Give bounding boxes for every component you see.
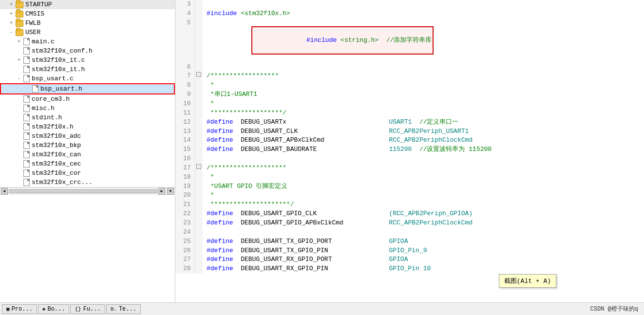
collapse-icon[interactable] — [195, 127, 203, 136]
code-line[interactable]: #define DEBUG_USART_RX_GPIO_PIN GPIO_Pin… — [203, 264, 644, 274]
sidebar-item-startup[interactable]: + STARTUP — [0, 0, 175, 9]
code-line[interactable]: #define DEBUG_USART_GPIO_CLK (RCC_APB2Pe… — [203, 209, 644, 219]
sidebar-item-misch[interactable]: misc.h — [0, 104, 175, 113]
code-line[interactable]: *USART GPIO 引脚宏定义 — [203, 182, 644, 191]
code-line[interactable]: #define DEBUG_USART_APBxClkCmd RCC_APB2P… — [203, 136, 644, 145]
code-line[interactable] — [203, 0, 644, 9]
collapse-icon[interactable] — [195, 182, 203, 191]
line-number: 8 — [175, 81, 195, 90]
collapse-icon[interactable] — [195, 99, 203, 109]
collapse-icon[interactable] — [195, 191, 203, 200]
collapse-icon[interactable] — [195, 173, 203, 182]
code-line[interactable]: * — [203, 81, 644, 90]
code-line[interactable]: *串口1-USART1 — [203, 90, 644, 99]
code-editor[interactable]: 3 4 #include <stm32f10x.h> 5 #inc — [175, 0, 644, 302]
collapse-icon[interactable] — [195, 118, 203, 127]
code-row-12: 12 #define DEBUG_USARTx USART1 //定义串口一 — [175, 118, 644, 127]
collapse-icon[interactable] — [195, 219, 203, 228]
line-number: 3 — [175, 0, 195, 9]
collapse-icon[interactable] — [195, 0, 203, 9]
code-line[interactable]: *********************/ — [203, 200, 644, 209]
file-icon — [32, 85, 38, 93]
sidebar-item-user[interactable]: - USER — [0, 28, 175, 37]
code-line[interactable]: #define DEBUG_USART_RX_GPIO_PORT GPIOA — [203, 255, 644, 264]
code-line[interactable] — [203, 154, 644, 164]
collapse-icon[interactable] — [195, 264, 203, 274]
code-line[interactable]: #include <string.h> //添加字符串库 — [203, 19, 644, 63]
file-icon — [23, 105, 30, 112]
collapse-icon[interactable] — [195, 19, 203, 63]
sidebar-item-bkp[interactable]: stm32f10x_bkp — [0, 141, 175, 150]
tab-books[interactable]: ◈ Bo... — [38, 304, 70, 314]
sidebar-item-stm32h[interactable]: stm32f10x.h — [0, 122, 175, 131]
scroll-down-arrow[interactable]: ▼ — [167, 188, 174, 195]
collapse-icon[interactable] — [195, 90, 203, 99]
scroll-right-arrow[interactable]: ► — [158, 188, 165, 195]
collapse-icon[interactable] — [195, 109, 203, 118]
expand-icon[interactable]: + — [8, 11, 15, 18]
code-line[interactable]: *******************/ — [203, 109, 644, 118]
collapse-icon[interactable] — [195, 9, 203, 19]
code-line[interactable]: * — [203, 173, 644, 182]
tab-templates[interactable]: 0. Te... — [106, 304, 141, 314]
tab-project[interactable]: ▣ Pro... — [2, 304, 37, 314]
code-row-16: 16 — [175, 154, 644, 164]
code-line[interactable]: #define DEBUG_USART_TX_GPIO_PIN GPIO_Pin… — [203, 246, 644, 256]
collapse-icon[interactable] — [195, 154, 203, 164]
expand-icon[interactable]: + — [16, 57, 22, 64]
collapse-icon[interactable]: - — [195, 164, 203, 173]
sidebar-item-adc[interactable]: stm32f10x_adc — [0, 131, 175, 141]
collapse-icon[interactable] — [195, 255, 203, 264]
line-number: 15 — [175, 145, 195, 154]
collapse-icon[interactable] — [195, 63, 203, 72]
item-label: stm32f10x_it.h — [32, 66, 85, 73]
code-line[interactable]: #define DEBUG_USART_GPIO_APBxClkCmd RCC_… — [203, 219, 644, 228]
sidebar-item-mainc[interactable]: + main.c — [0, 37, 175, 46]
collapse-icon[interactable] — [195, 246, 203, 256]
code-line[interactable]: /******************** — [203, 164, 644, 173]
sidebar-item-bspusartc[interactable]: - bsp_usart.c — [0, 74, 175, 83]
sidebar-item-ith[interactable]: stm32f10x_it.h — [0, 65, 175, 74]
sidebar-item-cor[interactable]: stm32f10x_cor — [0, 168, 175, 178]
sidebar-item-cmsis[interactable]: + CMSIS — [0, 9, 175, 19]
sidebar-item-cec[interactable]: stm32f10x_cec — [0, 159, 175, 168]
sidebar-scrollbar[interactable]: ◄ ► ▼ — [0, 187, 175, 195]
expand-icon[interactable]: - — [8, 29, 15, 36]
collapse-icon[interactable] — [195, 136, 203, 145]
expand-icon[interactable]: - — [16, 75, 22, 82]
sidebar-item-corecm3[interactable]: core_cm3.h — [0, 94, 175, 104]
expand-icon[interactable]: + — [16, 38, 22, 45]
code-line[interactable] — [203, 63, 644, 72]
code-line[interactable]: #include <stm32f10x.h> — [203, 9, 644, 19]
code-row-24: 24 — [175, 228, 644, 237]
collapse-icon[interactable] — [195, 81, 203, 90]
sidebar-item-bspusarth[interactable]: bsp_usart.h — [0, 83, 175, 94]
expand-icon[interactable]: + — [8, 20, 15, 27]
expand-icon[interactable]: + — [8, 1, 15, 8]
collapse-icon[interactable] — [195, 209, 203, 219]
code-row-18: 18 * — [175, 173, 644, 182]
code-line[interactable] — [203, 228, 644, 237]
collapse-icon[interactable] — [195, 200, 203, 209]
collapse-icon[interactable] — [195, 237, 203, 246]
code-line[interactable]: #define DEBUG_USART_TX_GPIO_PORT GPIOA — [203, 237, 644, 246]
code-line[interactable]: #define DEBUG_USART_BAUDRATE 115200 //设置… — [203, 145, 644, 154]
sidebar-item-can[interactable]: stm32f10x_can — [0, 150, 175, 159]
sidebar-item-crc[interactable]: stm32f10x_crc... — [0, 178, 175, 187]
sidebar-item-itc[interactable]: + stm32f10x_it.c — [0, 56, 175, 65]
code-line[interactable]: * — [203, 191, 644, 200]
code-line[interactable]: #define DEBUG_USART_CLK RCC_APB2Periph_U… — [203, 127, 644, 136]
sidebar-item-conf[interactable]: stm32f10x_conf.h — [0, 46, 175, 56]
sidebar-item-stdint[interactable]: stdint.h — [0, 113, 175, 122]
code-line[interactable]: #define DEBUG_USARTx USART1 //定义串口一 — [203, 118, 644, 127]
scroll-left-arrow[interactable]: ◄ — [1, 188, 8, 195]
tab-functions[interactable]: {} Fu... — [70, 304, 105, 314]
sidebar: + STARTUP + CMSIS + FWLB - USER — [0, 0, 175, 302]
sidebar-item-fwlb[interactable]: + FWLB — [0, 19, 175, 28]
folder-icon — [16, 1, 23, 8]
collapse-icon[interactable] — [195, 228, 203, 237]
collapse-icon[interactable] — [195, 145, 203, 154]
code-line[interactable]: /****************** — [203, 72, 644, 81]
code-line[interactable]: * — [203, 99, 644, 109]
collapse-icon[interactable]: - — [195, 72, 203, 81]
